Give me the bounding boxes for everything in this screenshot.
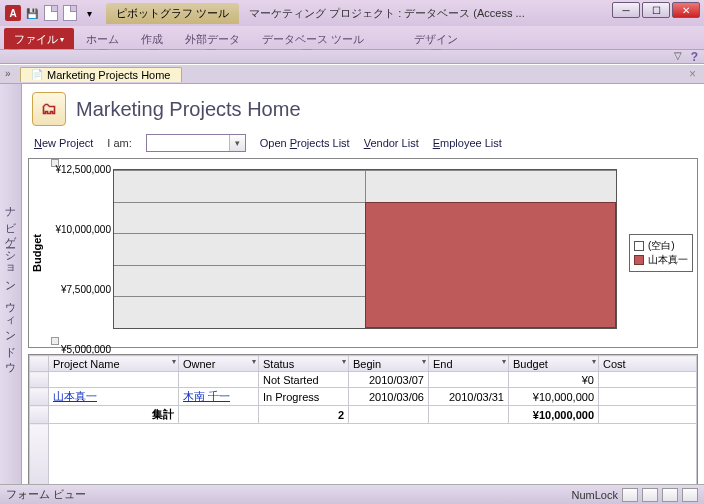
view-layout-icon[interactable]	[662, 488, 678, 502]
table-total-row: 集計 2 ¥10,000,000	[30, 406, 697, 424]
col-end[interactable]: End▾	[429, 356, 509, 372]
form-icon: 📄	[31, 69, 43, 80]
document-tab[interactable]: 📄 Marketing Projects Home	[20, 67, 182, 82]
status-bar: フォーム ビュー NumLock	[0, 484, 704, 504]
command-link-bar: NNew Projectew Project I am: ▾ Open Proj…	[28, 132, 698, 158]
chart-y-axis-label: Budget	[29, 159, 45, 347]
y-tick: ¥12,500,000	[55, 164, 111, 175]
window-title: マーケティング プロジェクト : データベース (Access ...	[249, 6, 525, 21]
tab-design[interactable]: デザインJP	[404, 29, 468, 49]
chart-plot-area: ¥12,500,000 ¥10,000,000 ¥7,500,000 ¥5,00…	[45, 159, 625, 347]
form-body: 🗂 Marketing Projects Home NNew Projectew…	[22, 84, 704, 484]
table-header-row: Project Name▾ Owner▾ Status▾ Begin▾ End▾…	[30, 356, 697, 372]
legend-item-yamamoto: 山本真一	[634, 253, 688, 267]
open-projects-link[interactable]: Open Projects List	[260, 137, 350, 149]
tab-create[interactable]: 作成C	[131, 29, 173, 49]
view-mode-label: フォーム ビュー	[6, 487, 86, 502]
table-row	[30, 424, 697, 485]
navpane-expand-icon[interactable]: »	[5, 68, 11, 79]
iam-combo[interactable]: ▾	[146, 134, 246, 152]
close-button[interactable]: ✕	[672, 2, 700, 18]
y-tick: ¥10,000,000	[55, 224, 111, 235]
contextual-tab-label: ピボットグラフ ツール	[106, 3, 239, 24]
help-icon[interactable]: ?	[691, 50, 698, 64]
col-owner[interactable]: Owner▾	[179, 356, 259, 372]
col-project-name[interactable]: Project Name▾	[49, 356, 179, 372]
tab-external-data[interactable]: 外部データX	[175, 29, 250, 49]
select-all-cell[interactable]	[30, 356, 49, 372]
form-icon: 🗂	[32, 92, 66, 126]
save-icon[interactable]: 💾	[23, 4, 41, 22]
tab-file[interactable]: ファイル▾ F	[4, 28, 74, 49]
owner-link[interactable]: 木南 千一	[183, 390, 230, 402]
navpane-label: ナビゲーション ウィンドウ	[3, 199, 18, 369]
quick-access-toolbar: A 💾 ▾	[0, 4, 102, 22]
document-tabstrip: 📄 Marketing Projects Home ×	[0, 64, 704, 84]
employee-list-link[interactable]: Employee List	[433, 137, 502, 149]
table-row[interactable]: 山本真一 木南 千一 In Progress 2010/03/06 2010/0…	[30, 388, 697, 406]
ribbon-collapse-icon[interactable]: ▽	[674, 50, 682, 61]
navigation-pane-collapsed[interactable]: » ナビゲーション ウィンドウ	[0, 84, 22, 484]
chevron-down-icon[interactable]: ▾	[229, 135, 245, 151]
iam-label: I am:	[107, 137, 131, 149]
vendor-list-link[interactable]: Vendor List	[364, 137, 419, 149]
col-begin[interactable]: Begin▾	[349, 356, 429, 372]
view-form-icon[interactable]	[622, 488, 638, 502]
undo-icon[interactable]	[42, 4, 60, 22]
tab-close-icon[interactable]: ×	[689, 67, 696, 81]
y-tick: ¥7,500,000	[61, 284, 111, 295]
ribbon-collapsed-area: ▽ ?	[0, 50, 704, 64]
view-design-icon[interactable]	[682, 488, 698, 502]
tab-home[interactable]: ホームH	[76, 29, 129, 49]
new-project-link[interactable]: NNew Projectew Project	[34, 137, 93, 149]
maximize-button[interactable]: ☐	[642, 2, 670, 18]
ribbon-tabs: ファイル▾ F ホームH 作成C 外部データX データベース ツールY デザイン…	[0, 26, 704, 50]
chart-bar-yamamoto[interactable]	[365, 202, 616, 328]
plot-area	[113, 169, 617, 329]
table-row[interactable]: Not Started 2010/03/07 ¥0	[30, 372, 697, 388]
chart-legend: (空白) 山本真一	[625, 159, 697, 347]
project-link[interactable]: 山本真一	[53, 390, 97, 402]
document-tab-label: Marketing Projects Home	[47, 69, 171, 81]
tab-database-tools[interactable]: データベース ツールY	[252, 29, 374, 49]
app-icon[interactable]: A	[4, 4, 22, 22]
numlock-label: NumLock	[572, 489, 618, 501]
pivot-chart[interactable]: Budget ¥12,500,000 ¥10,000,000 ¥7,500,00…	[28, 158, 698, 348]
qat-dropdown-icon[interactable]: ▾	[80, 4, 98, 22]
col-cost[interactable]: Cost	[599, 356, 697, 372]
category-dropzone-icon[interactable]	[51, 337, 59, 345]
projects-datasheet[interactable]: Project Name▾ Owner▾ Status▾ Begin▾ End▾…	[28, 354, 698, 484]
minimize-button[interactable]: ─	[612, 2, 640, 18]
legend-item-blank: (空白)	[634, 239, 688, 253]
col-budget[interactable]: Budget▾	[509, 356, 599, 372]
view-datasheet-icon[interactable]	[642, 488, 658, 502]
title-bar: A 💾 ▾ ピボットグラフ ツール マーケティング プロジェクト : データベー…	[0, 0, 704, 26]
page-title: Marketing Projects Home	[76, 98, 301, 121]
redo-icon[interactable]	[61, 4, 79, 22]
col-status[interactable]: Status▾	[259, 356, 349, 372]
